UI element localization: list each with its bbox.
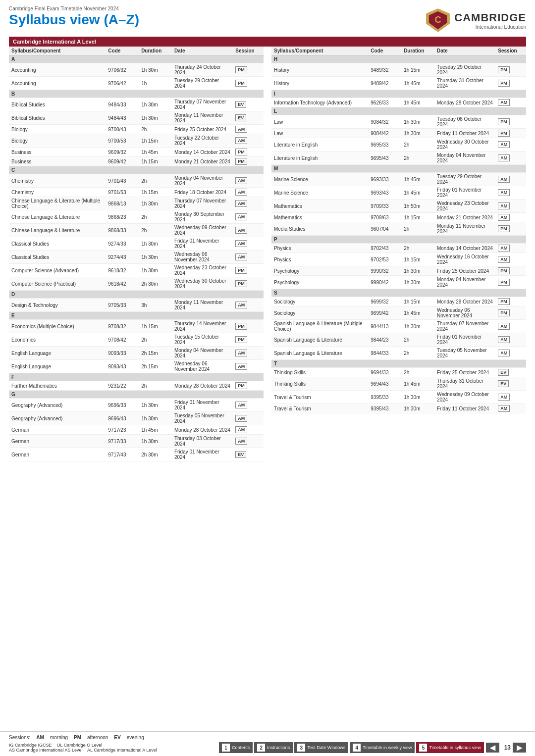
session-badge: AM	[498, 202, 510, 209]
code-cell: 9708/42	[106, 333, 139, 347]
session-cell: AM	[233, 435, 264, 448]
table-row: Law9084/421h 30mFriday 11 October 2024PM	[271, 129, 526, 138]
duration-cell: 1h 45m	[401, 173, 434, 186]
duration-cell: 3h	[139, 299, 172, 312]
table-row: Further Mathematics9231/222hMonday 28 Oc…	[9, 381, 264, 391]
code-cell: 9706/32	[106, 63, 139, 77]
table-row: Sociology9699/321h 15mMonday 28 October …	[271, 297, 526, 306]
code-cell: 9231/22	[106, 381, 139, 391]
ev-label: EV	[114, 735, 120, 740]
session-cell: AM	[233, 399, 264, 412]
session-cell: AM	[233, 210, 264, 224]
duration-cell: 1h 15m	[139, 320, 172, 333]
date-cell: Friday 11 October 2024	[434, 404, 495, 413]
session-cell: PM	[233, 63, 264, 77]
date-cell: Monday 11 November 2024	[434, 222, 495, 236]
letter-row-L: L	[271, 107, 526, 115]
code-cell: 9093/43	[106, 360, 139, 373]
table-row: Media Studies9607/042hMonday 11 November…	[271, 222, 526, 236]
date-cell: Monday 04 November 2024	[172, 174, 233, 188]
date-cell: Friday 18 October 2024	[172, 188, 233, 197]
nav-next-arrow[interactable]: ▶	[513, 743, 526, 753]
code-cell: 9844/33	[368, 347, 401, 360]
subject-cell: Sociology	[271, 297, 368, 306]
table-row: Physics9702/531h 15mWednesday 16 October…	[271, 253, 526, 266]
subject-cell: Physics	[271, 253, 368, 266]
nav-item-5[interactable]: 5Timetable in syllabus view	[416, 742, 483, 753]
date-cell: Thursday 07 November 2024	[434, 320, 495, 333]
date-cell: Tuesday 05 November 2024	[434, 347, 495, 360]
duration-cell: 1h 30m	[139, 98, 172, 111]
session-badge: EV	[498, 369, 509, 376]
duration-cell: 2h	[139, 381, 172, 391]
abbrev-al: AL Cambridge International A Level	[87, 748, 157, 753]
subject-cell: Computer Science (Advanced)	[9, 264, 106, 277]
am-label: AM	[36, 735, 44, 740]
table-row: English Language9093/432h 15mWednesday 0…	[9, 360, 264, 373]
subject-cell: Travel & Tourism	[271, 404, 368, 413]
subject-cell: Chinese Language & Literature	[9, 224, 106, 237]
session-badge: AM	[235, 213, 247, 220]
nav-label-5: Timetable in syllabus view	[429, 745, 481, 750]
session-cell: AM	[233, 347, 264, 360]
session-badge: AM	[235, 363, 247, 370]
code-cell: 9708/32	[106, 320, 139, 333]
letter-row-E: E	[9, 312, 264, 320]
session-cell: AM	[495, 98, 526, 107]
date-cell: Monday 04 November 2024	[172, 347, 233, 360]
session-cell: PM	[233, 157, 264, 166]
nav-item-2[interactable]: 2Instructions	[254, 742, 293, 753]
session-cell: PM	[495, 222, 526, 236]
nav-items: 1Contents2Instructions3Test Date Windows…	[219, 742, 484, 753]
code-cell: 9695/43	[368, 151, 401, 165]
session-cell: PM	[233, 320, 264, 333]
letter-row-B: B	[9, 90, 264, 98]
date-cell: Thursday 14 November 2024	[172, 320, 233, 333]
code-cell: 9705/33	[106, 299, 139, 312]
subject-cell: Media Studies	[271, 222, 368, 236]
session-cell: EV	[495, 368, 526, 377]
date-cell: Wednesday 30 October 2024	[434, 138, 495, 151]
table-row: Spanish Language & Literature9844/232hFr…	[271, 333, 526, 347]
date-cell: Monday 28 October 2024	[434, 297, 495, 306]
session-cell: EV	[233, 98, 264, 111]
table-row: Biology9700/531h 15mTuesday 22 October 2…	[9, 134, 264, 148]
session-badge: AM	[498, 394, 510, 401]
date-cell: Friday 25 October 2024	[434, 368, 495, 377]
logo-text: CAMBRIDGE International Education	[454, 11, 526, 30]
nav-item-1[interactable]: 1Contents	[219, 742, 253, 753]
nav-prev-arrow[interactable]: ◀	[486, 743, 499, 753]
letter-row-C: C	[9, 166, 264, 174]
subject-cell: Marine Science	[271, 186, 368, 200]
session-badge: AM	[235, 415, 247, 422]
code-cell: 9696/43	[106, 412, 139, 425]
session-cell: PM	[495, 297, 526, 306]
session-badge: AM	[498, 405, 510, 412]
session-cell: PM	[495, 77, 526, 90]
abbrev-row-2: AS Cambridge International AS Level AL C…	[9, 748, 157, 753]
subject-cell: Mathematics	[271, 213, 368, 222]
page-header: Cambridge Final Exam Timetable November …	[0, 0, 535, 35]
session-badge: EV	[498, 380, 509, 387]
sessions-label: Sessions:	[9, 735, 30, 740]
session-badge: PM	[498, 225, 510, 232]
table-row: Mathematics9709/631h 15mMonday 21 Octobe…	[271, 213, 526, 222]
right-table-col: Syllabus/Component Code Duration Date Se…	[271, 47, 526, 461]
nav-item-3[interactable]: 3Test Date Windows	[294, 742, 348, 753]
subject-cell: Accounting	[9, 77, 106, 90]
subject-cell: Spanish Language & Literature (Multiple …	[271, 320, 368, 333]
table-row: Psychology9990/421h 30mMonday 04 Novembe…	[271, 276, 526, 289]
nav-item-4[interactable]: 4Timetable in weekly view	[350, 742, 415, 753]
date-cell: Monday 21 October 2024	[172, 157, 233, 166]
session-badge: AM	[498, 141, 510, 148]
duration-cell: 1h 30m	[401, 129, 434, 138]
duration-cell: 1h	[139, 77, 172, 90]
session-badge: AM	[498, 154, 510, 161]
date-cell: Monday 14 October 2024	[434, 244, 495, 253]
session-badge: AM	[235, 227, 247, 234]
subject-cell: Law	[271, 129, 368, 138]
subject-cell: Law	[271, 115, 368, 129]
code-cell: 9706/42	[106, 77, 139, 90]
duration-cell: 1h 30m	[139, 435, 172, 448]
date-cell: Wednesday 06 November 2024	[172, 360, 233, 373]
